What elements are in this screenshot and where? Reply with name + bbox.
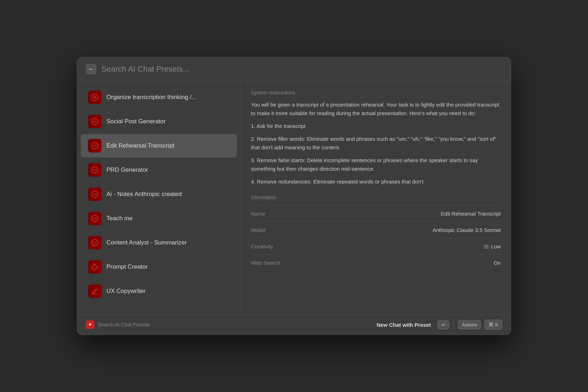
info-value-websearch: On (494, 260, 501, 266)
new-chat-button[interactable]: New Chat with Preset (374, 322, 434, 328)
list-item[interactable]: AI Ai - Notes Anthropic created (81, 182, 237, 206)
enter-key-button[interactable]: ↩ (437, 320, 449, 329)
info-row-websearch: Web Search On (251, 254, 501, 271)
svg-text:AI: AI (93, 168, 96, 172)
item-label: Content Analyst - Summarizer (106, 239, 187, 246)
footer-logo-icon: ✦ (88, 322, 92, 327)
system-instructions-title: System Instructions (251, 90, 501, 96)
cmd-k-button[interactable]: ⌘ K (484, 320, 502, 330)
list-item[interactable]: AI Organize transcription thinking /... (81, 86, 237, 109)
svg-rect-26 (96, 267, 98, 268)
k-key: K (495, 322, 498, 327)
svg-text:AI: AI (93, 241, 96, 245)
item-icon: AI (88, 115, 101, 128)
presets-list: AI Organize transcription thinking /... … (77, 81, 241, 314)
item-icon: AI (88, 91, 101, 104)
info-row-model: Model Anthropic Claude 3.5 Sonnet (251, 222, 501, 238)
footer-left: ✦ Search AI Chat Presets (86, 320, 150, 329)
list-item[interactable]: UX Copywriter (81, 279, 237, 303)
cmd-symbol: ⌘ (488, 321, 494, 328)
footer-right: New Chat with Preset ↩ Actions ⌘ K (374, 320, 502, 330)
svg-rect-27 (91, 267, 93, 268)
item-label: Edit Rehearsal Transcript (106, 142, 174, 149)
item-label: Organize transcription thinking /... (106, 94, 196, 101)
search-bar: ← (77, 57, 511, 81)
system-instructions-body: You will be given a transcript of a pres… (251, 100, 501, 186)
svg-text:AI: AI (93, 192, 96, 196)
info-label-model: Model (251, 227, 266, 233)
footer-divider (453, 321, 454, 329)
item-icon: AI (88, 236, 101, 249)
info-label-creativity: Creativity (251, 243, 273, 249)
lines-icon (484, 245, 489, 248)
item-icon: AI (88, 187, 101, 201)
svg-rect-25 (94, 269, 95, 270)
item-label: UX Copywriter (106, 288, 146, 295)
actions-label: Actions (462, 322, 477, 327)
list-item[interactable]: AI PRD Generator (81, 158, 237, 182)
item-label: Ai - Notes Anthropic created (106, 191, 182, 198)
modal-window: ← AI Organize transcription thinking /..… (77, 57, 511, 335)
svg-point-3 (93, 96, 96, 99)
svg-text:AI: AI (93, 217, 96, 221)
item-label: Social Post Generator (106, 118, 166, 125)
svg-rect-32 (88, 284, 101, 298)
item-label: PRD Generator (106, 166, 148, 174)
info-value-model: Anthropic Claude 3.5 Sonnet (432, 227, 501, 233)
info-label-name: Name (251, 211, 265, 217)
list-item[interactable]: AI Content Analyst - Summarizer (81, 231, 237, 254)
info-value-name: Edit Rehearsal Transcript (441, 211, 501, 217)
svg-rect-22 (88, 260, 101, 274)
footer-search-label: Search AI Chat Presets (98, 322, 150, 327)
item-icon (88, 260, 101, 274)
back-icon: ← (88, 66, 94, 72)
list-item[interactable]: AI Social Post Generator (81, 110, 237, 133)
item-icon: AI (88, 163, 101, 177)
main-content: AI Organize transcription thinking /... … (77, 81, 511, 314)
item-label: Teach me (106, 215, 133, 222)
footer: ✦ Search AI Chat Presets New Chat with P… (77, 314, 511, 335)
info-row-creativity: Creativity Low (251, 238, 501, 254)
item-label: Prompt Creator (106, 263, 148, 270)
info-label-websearch: Web Search (251, 260, 280, 266)
svg-text:AI: AI (93, 144, 96, 148)
actions-button[interactable]: Actions (458, 320, 481, 329)
footer-logo: ✦ (86, 320, 94, 329)
information-section: Information Name Edit Rehearsal Transcri… (251, 195, 501, 271)
item-icon: AI (88, 212, 101, 225)
info-row-name: Name Edit Rehearsal Transcript (251, 205, 501, 222)
list-item[interactable]: Prompt Creator (81, 255, 237, 279)
information-title: Information (251, 195, 501, 200)
list-item[interactable]: AI Teach me (81, 207, 237, 230)
back-button[interactable]: ← (86, 64, 96, 74)
item-icon (88, 284, 101, 298)
detail-panel: System Instructions You will be given a … (241, 81, 511, 314)
svg-text:AI: AI (93, 120, 96, 124)
item-icon: AI (88, 139, 101, 153)
info-value-creativity: Low (484, 243, 501, 249)
search-input[interactable] (101, 65, 502, 74)
list-item-active[interactable]: AI Edit Rehearsal Transcript (81, 134, 237, 158)
enter-icon: ↩ (441, 322, 445, 327)
